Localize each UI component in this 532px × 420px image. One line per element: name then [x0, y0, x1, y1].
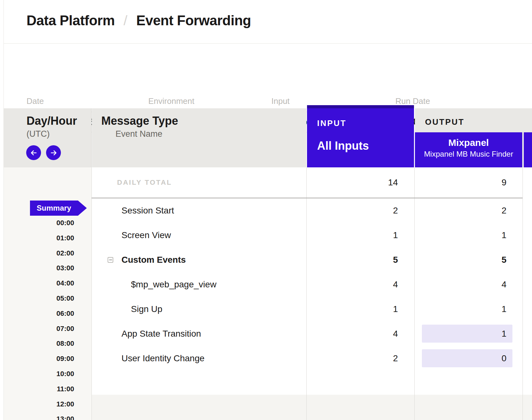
input-column-header: INPUT All Inputs [307, 105, 414, 167]
date-filter-label: Date [27, 96, 44, 106]
previous-day-button[interactable] [26, 145, 41, 160]
page-title: Event Forwarding [136, 13, 251, 28]
breadcrumb-data-platform[interactable]: Data Platform [27, 13, 115, 28]
hour-row-label[interactable]: 04:00 [0, 279, 74, 287]
input-count-cell: 2 [307, 346, 414, 371]
arrow-right-icon [50, 149, 58, 157]
table-row: Session Start22 [92, 198, 532, 223]
input-column-title: All Inputs [317, 139, 369, 153]
row-label: App State Transition [92, 321, 201, 346]
row-label: User Identity Change [92, 346, 204, 371]
breadcrumb: Data Platform / Event Forwarding [27, 13, 251, 28]
output-connection-subtitle: Mixpanel MB Music Finder [415, 150, 522, 159]
row-label: Sign Up [92, 297, 163, 321]
hour-row-label[interactable]: 05:00 [0, 294, 74, 303]
input-count-cell: 5 [307, 248, 414, 272]
output-connection-name: Mixpanel [415, 137, 522, 148]
input-count-cell: 4 [307, 272, 414, 297]
row-label: Custom Events [92, 248, 186, 272]
event-name-subtitle: Event Name [115, 129, 163, 139]
output-eyebrow: OUTPUT [425, 117, 464, 127]
hour-row-label[interactable]: 11:00 [0, 385, 74, 393]
environment-filter-label: Environment [148, 96, 194, 106]
filter-bar: Date Environment Input Run Date 08/08/20… [0, 44, 532, 107]
hour-row-label[interactable]: 02:00 [0, 249, 74, 257]
output-count-cell: 2 [414, 198, 523, 223]
next-output-column-partial [524, 132, 532, 167]
hour-row-label[interactable]: 10:00 [0, 370, 74, 378]
day-hour-timezone: (UTC) [27, 129, 50, 139]
daily-total-output-count: 9 [414, 167, 523, 198]
output-mixpanel-card[interactable]: Mixpanel Mixpanel MB Music Finder [415, 132, 522, 167]
day-hour-header-cell: Day/Hour (UTC) [0, 108, 92, 167]
input-count-cell: 1 [307, 223, 414, 248]
output-count-cell: 4 [414, 272, 523, 297]
hour-row-label[interactable]: 08:00 [0, 339, 74, 348]
table-row: Screen View11 [92, 223, 532, 248]
hour-row-label[interactable]: 12:00 [0, 400, 74, 408]
output-count-cell: 5 [414, 248, 523, 272]
input-count-cell: 2 [307, 198, 414, 223]
input-header-accent-strip [307, 105, 414, 108]
hour-row-label[interactable]: 09:00 [0, 355, 74, 363]
input-eyebrow: INPUT [317, 118, 346, 128]
top-bar: Data Platform / Event Forwarding [0, 0, 532, 44]
table-row: Custom Events55 [92, 248, 532, 272]
input-filter-label: Input [271, 96, 290, 106]
collapsed-sidebar-gutter [0, 0, 4, 420]
row-label: Screen View [92, 223, 171, 248]
daily-total-input-count: 14 [307, 167, 414, 198]
summary-row-selector[interactable]: Summary [30, 201, 87, 216]
day-hour-title: Day/Hour [27, 114, 77, 128]
input-count-cell: 4 [307, 321, 414, 346]
hour-row-label[interactable]: 00:00 [0, 219, 74, 227]
output-count-cell: 0 [414, 346, 523, 371]
table-row: User Identity Change20 [92, 346, 532, 371]
table-row: App State Transition41 [92, 321, 532, 346]
arrow-left-icon [30, 149, 38, 157]
run-date-label: Run Date [395, 96, 430, 106]
message-type-header-cell: Message Type Event Name [92, 108, 306, 167]
input-count-cell: 1 [307, 297, 414, 321]
row-label: $mp_web_page_view [92, 272, 216, 297]
event-forwarding-screen: Data Platform / Event Forwarding Date En… [0, 0, 532, 420]
hour-row-label[interactable]: 03:00 [0, 264, 74, 272]
breadcrumb-separator: / [124, 13, 127, 28]
message-type-title: Message Type [101, 114, 178, 128]
output-count-cell: 1 [414, 223, 523, 248]
table-body-empty-area [92, 395, 532, 420]
row-label: Session Start [92, 198, 174, 223]
output-count-cell: 1 [414, 321, 523, 346]
daily-total-row: DAILY TOTAL 14 9 [92, 167, 532, 198]
hour-row-label[interactable]: 07:00 [0, 325, 74, 333]
daily-total-label: DAILY TOTAL [117, 167, 172, 198]
hour-row-label[interactable]: 13:00 [0, 415, 74, 420]
table-row: Sign Up11 [92, 297, 532, 321]
output-count-cell: 1 [414, 297, 523, 321]
table-row: $mp_web_page_view44 [92, 272, 532, 297]
hour-row-label[interactable]: 06:00 [0, 309, 74, 318]
next-day-button[interactable] [46, 145, 61, 160]
hour-row-label[interactable]: 01:00 [0, 234, 74, 242]
